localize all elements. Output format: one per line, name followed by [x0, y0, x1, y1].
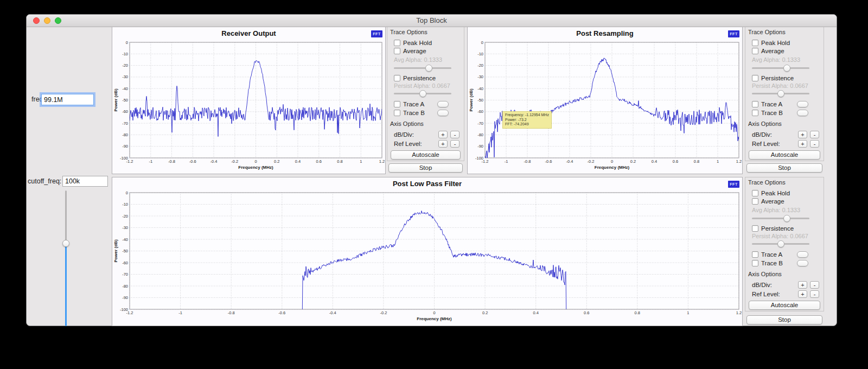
stop-button[interactable]: Stop — [388, 163, 463, 173]
average-label: Average — [761, 48, 784, 54]
db-div-increase-button[interactable]: + — [798, 131, 807, 138]
average-checkbox[interactable] — [752, 48, 758, 54]
trace-b-store-button[interactable] — [797, 110, 808, 116]
trace-b-checkbox[interactable] — [394, 110, 400, 116]
y-tick-label: -100 — [120, 156, 128, 161]
plot-panel-post-resampling: Post Resampling FFT -1.2-1-0.8-0.6-0.4-0… — [467, 27, 743, 174]
slider-thumb[interactable] — [783, 65, 790, 72]
avg-alpha-label: Avg Alpha: 0.1333 — [394, 56, 464, 62]
chart-canvas-post-resampling[interactable]: -1.2-1-0.8-0.6-0.4-0.200.20.40.60.811.20… — [468, 27, 742, 174]
y-tick-label: -40 — [122, 237, 128, 242]
fft-badge: FFT — [728, 181, 739, 188]
trace-b-label: Trace B — [761, 110, 783, 116]
db-div-decrease-button[interactable]: - — [450, 131, 459, 138]
db-div-increase-button[interactable]: + — [438, 131, 448, 138]
db-div-decrease-button[interactable]: - — [810, 281, 819, 289]
trace-b-store-button[interactable] — [797, 260, 808, 266]
fft-badge: FFT — [371, 30, 382, 37]
chart-canvas-receiver-output[interactable]: -1.2-1-0.8-0.6-0.4-0.200.20.40.60.811.20… — [112, 27, 385, 174]
x-tick-label: 0.8 — [635, 310, 640, 315]
peak-hold-label: Peak Hold — [761, 190, 790, 196]
trace-b-checkbox[interactable] — [752, 260, 758, 266]
y-axis-label: Power (dB) — [469, 88, 474, 112]
avg-alpha-label: Avg Alpha: 0.1333 — [752, 56, 824, 62]
trace-b-store-button[interactable] — [437, 110, 449, 116]
ref-level-decrease-button[interactable]: - — [450, 140, 459, 148]
slider-thumb[interactable] — [425, 65, 432, 72]
freq-input[interactable] — [41, 94, 94, 105]
persist-alpha-slider[interactable] — [752, 90, 809, 98]
y-tick-label: -10 — [477, 52, 483, 56]
chart-canvas-post-low-pass-filter[interactable]: -1.2-1-0.8-0.6-0.4-0.200.20.40.60.811.20… — [112, 177, 742, 326]
stop-button[interactable]: Stop — [746, 315, 822, 325]
x-tick-label: -0.2 — [380, 310, 387, 315]
peak-hold-checkbox[interactable] — [752, 190, 758, 196]
slider-thumb[interactable] — [783, 215, 790, 222]
stop-button[interactable]: Stop — [746, 163, 822, 173]
trace-a-store-button[interactable] — [797, 101, 808, 107]
persistence-checkbox[interactable] — [394, 75, 400, 81]
trace-a-store-button[interactable] — [797, 251, 808, 258]
slider-groove[interactable] — [752, 218, 809, 219]
average-checkbox[interactable] — [394, 48, 400, 54]
persistence-checkbox[interactable] — [752, 225, 758, 232]
slider-track-upper[interactable] — [65, 190, 67, 244]
trace-b-label: Trace B — [761, 260, 783, 266]
trace-a-store-button[interactable] — [437, 101, 449, 107]
slider-groove[interactable] — [394, 67, 451, 69]
y-tick-label: -50 — [122, 98, 128, 103]
slider-track-lower[interactable] — [65, 244, 67, 327]
trace-options-panel-3: Trace Options Peak Hold Average Avg Alph… — [745, 177, 824, 326]
avg-alpha-slider[interactable] — [752, 215, 809, 222]
peak-hold-checkbox[interactable] — [752, 40, 758, 46]
ref-level-decrease-button[interactable]: - — [810, 140, 819, 148]
slider-thumb[interactable] — [777, 90, 784, 97]
y-tick-label: -20 — [122, 63, 128, 68]
app-window: Top Block freq: cutoff_freq: Receiver Ou… — [26, 14, 837, 326]
trace-b-checkbox[interactable] — [752, 110, 758, 116]
x-tick-label: -0.4 — [210, 159, 218, 164]
ref-level-increase-button[interactable]: + — [438, 140, 448, 148]
db-div-increase-button[interactable]: + — [798, 281, 807, 289]
slider-thumb[interactable] — [777, 240, 784, 247]
average-label: Average — [761, 198, 784, 205]
x-tick-label: -1 — [505, 159, 508, 164]
ref-level-decrease-button[interactable]: - — [810, 290, 819, 298]
autoscale-button[interactable]: Autoscale — [391, 150, 461, 160]
avg-alpha-slider[interactable] — [752, 65, 809, 72]
x-tick-label: -0.6 — [278, 310, 285, 315]
y-tick-label: -50 — [122, 249, 128, 253]
y-tick-label: 0 — [126, 40, 128, 45]
slider-thumb[interactable] — [62, 240, 69, 247]
x-tick-label: -0.8 — [228, 310, 235, 315]
trace-a-label: Trace A — [761, 251, 782, 258]
peak-hold-checkbox[interactable] — [394, 40, 400, 46]
persistence-checkbox[interactable] — [752, 75, 758, 81]
trace-a-checkbox[interactable] — [752, 101, 758, 107]
slider-groove[interactable] — [752, 67, 809, 69]
persist-alpha-slider[interactable] — [394, 90, 451, 98]
trace-options-header: Trace Options — [748, 179, 824, 186]
autoscale-button[interactable]: Autoscale — [749, 301, 820, 310]
y-tick-label: -70 — [122, 272, 128, 277]
slider-thumb[interactable] — [419, 90, 426, 97]
persist-alpha-slider[interactable] — [752, 240, 809, 248]
trace-a-checkbox[interactable] — [394, 101, 400, 107]
ref-level-increase-button[interactable]: + — [798, 140, 807, 148]
x-tick-label: 0.4 — [652, 159, 657, 164]
trace-a-checkbox[interactable] — [752, 251, 758, 258]
db-div-decrease-button[interactable]: - — [810, 131, 819, 138]
autoscale-button[interactable]: Autoscale — [749, 150, 820, 160]
ref-level-increase-button[interactable]: + — [798, 290, 807, 298]
cutoff-freq-slider[interactable] — [62, 190, 69, 326]
x-tick-label: -0.2 — [231, 159, 238, 164]
y-tick-label: -30 — [122, 225, 128, 230]
tooltip-fft: FFT: -74.2049 — [505, 122, 549, 127]
avg-alpha-slider[interactable] — [394, 65, 451, 72]
trace-options-header: Trace Options — [748, 29, 824, 36]
trace-b-label: Trace B — [403, 110, 425, 116]
cutoff-freq-input[interactable] — [62, 176, 108, 187]
y-tick-label: -80 — [477, 132, 483, 137]
average-checkbox[interactable] — [752, 198, 758, 205]
y-tick-label: -60 — [122, 260, 128, 265]
